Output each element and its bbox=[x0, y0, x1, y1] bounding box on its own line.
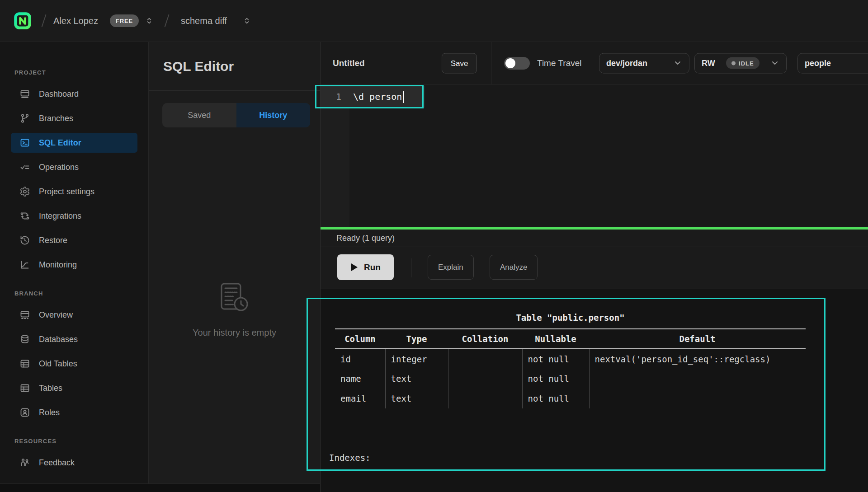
compute-status-text: IDLE bbox=[739, 60, 754, 66]
compute-select[interactable]: RW IDLE bbox=[694, 53, 787, 73]
compute-status-badge: IDLE bbox=[726, 57, 760, 69]
branch-select-value: dev/jordan bbox=[606, 58, 647, 68]
column-header: Default bbox=[589, 329, 806, 349]
org-selector-chevrons-icon[interactable] bbox=[145, 16, 154, 25]
gear-icon bbox=[19, 186, 30, 197]
database-select-value: people bbox=[805, 58, 831, 68]
bottom-edge bbox=[0, 483, 320, 492]
sidebar-item-operations[interactable]: Operations bbox=[11, 157, 137, 177]
query-status: Ready (1 query) bbox=[321, 230, 868, 247]
play-icon bbox=[350, 263, 358, 272]
topbar: Alex Lopez FREE schema diff bbox=[0, 0, 868, 42]
tab-history[interactable]: History bbox=[236, 103, 311, 127]
sidebar-item-dashboard[interactable]: Dashboard bbox=[11, 84, 137, 104]
sidebar-item-sql-editor[interactable]: SQL Editor bbox=[11, 133, 137, 153]
table-cell bbox=[448, 349, 522, 369]
sidebar-item-branches[interactable]: Branches bbox=[11, 108, 137, 128]
results-table: Column Type Collation Nullable Default i… bbox=[335, 328, 806, 408]
code-line[interactable]: \d person bbox=[353, 86, 402, 108]
section-label-project: PROJECT bbox=[14, 69, 148, 76]
analyze-button[interactable]: Analyze bbox=[490, 255, 538, 280]
column-header: Column bbox=[335, 329, 385, 349]
sidebar-item-label: Integrations bbox=[39, 211, 81, 221]
sidebar-item-label: Roles bbox=[39, 408, 60, 417]
sidebar-item-old-tables[interactable]: Old Tables bbox=[11, 354, 137, 374]
sql-editor-panel: SQL Editor Saved History Your history is… bbox=[148, 42, 320, 492]
sidebar-item-label: Operations bbox=[39, 163, 79, 172]
sidebar-item-label: SQL Editor bbox=[39, 138, 81, 148]
branch-select[interactable]: dev/jordan bbox=[599, 53, 689, 73]
branches-icon bbox=[19, 113, 30, 124]
column-header: Collation bbox=[448, 329, 522, 349]
table-row: id integer not null nextval('person_id_s… bbox=[335, 349, 806, 369]
table-cell bbox=[589, 389, 806, 408]
sidebar-item-label: Dashboard bbox=[39, 89, 79, 99]
table-cell: not null bbox=[522, 349, 589, 369]
table-cell: id bbox=[335, 349, 385, 369]
history-empty-icon bbox=[214, 282, 255, 316]
sidebar-item-tables[interactable]: Tables bbox=[11, 378, 137, 398]
breadcrumb-slash-icon bbox=[41, 14, 46, 27]
sql-editor-icon bbox=[19, 137, 30, 148]
table-cell: name bbox=[335, 369, 385, 389]
table-header-row: Column Type Collation Nullable Default bbox=[335, 329, 806, 349]
sidebar-item-integrations[interactable]: Integrations bbox=[11, 206, 137, 226]
operations-icon bbox=[19, 162, 30, 173]
table-cell: text bbox=[385, 389, 448, 408]
indexes-block: Indexes: "person_pkey" PRIMARY KEY, btre… bbox=[329, 415, 613, 492]
panel-header: SQL Editor bbox=[149, 42, 320, 91]
results-table-title: Table "public.person" bbox=[335, 312, 806, 323]
toolbar-divider bbox=[411, 258, 411, 277]
table-cell bbox=[589, 369, 806, 389]
page-title: SQL Editor bbox=[163, 42, 320, 91]
database-select[interactable]: people bbox=[797, 53, 868, 73]
time-travel-toggle[interactable] bbox=[504, 57, 530, 70]
feedback-people-icon bbox=[19, 457, 30, 468]
table-cell bbox=[448, 369, 522, 389]
sidebar-item-label: Databases bbox=[39, 335, 78, 344]
sidebar-item-restore[interactable]: Restore bbox=[11, 230, 137, 250]
neon-console: Alex Lopez FREE schema diff PROJECT Dash… bbox=[0, 0, 868, 492]
sidebar-item-monitoring[interactable]: Monitoring bbox=[11, 255, 137, 275]
table-row: name text not null bbox=[335, 369, 806, 389]
sidebar-item-databases[interactable]: Databases bbox=[11, 329, 137, 349]
sidebar-item-overview[interactable]: Overview bbox=[11, 305, 137, 325]
history-empty-state: Your history is empty bbox=[149, 282, 320, 338]
explain-button[interactable]: Explain bbox=[428, 255, 474, 280]
integrations-icon bbox=[19, 211, 30, 221]
table-cell: not null bbox=[522, 389, 589, 408]
org-breadcrumb[interactable]: Alex Lopez bbox=[53, 16, 98, 26]
indexes-label: Indexes: bbox=[329, 449, 613, 466]
sidebar-item-label: Feedback bbox=[39, 458, 75, 468]
sidebar-item-label: Monitoring bbox=[39, 260, 77, 270]
sidebar: PROJECT Dashboard Branches SQL Editor Op… bbox=[0, 42, 148, 483]
results-panel: Table "public.person" Column Type Collat… bbox=[321, 289, 868, 492]
query-tab-title[interactable]: Untitled bbox=[333, 58, 365, 68]
column-header: Type bbox=[385, 329, 448, 349]
column-header: Nullable bbox=[522, 329, 589, 349]
sidebar-item-project-settings[interactable]: Project settings bbox=[11, 182, 137, 201]
sidebar-item-feedback[interactable]: Feedback bbox=[11, 453, 137, 473]
sidebar-item-roles[interactable]: Roles bbox=[11, 403, 137, 422]
restore-clock-icon bbox=[19, 235, 30, 246]
project-breadcrumb[interactable]: schema diff bbox=[181, 16, 227, 26]
project-selector-chevrons-icon[interactable] bbox=[242, 16, 251, 25]
run-button[interactable]: Run bbox=[337, 254, 394, 280]
text-cursor bbox=[403, 91, 404, 103]
monitoring-chart-icon bbox=[19, 259, 30, 270]
table-cell: nextval('person_id_seq'::regclass) bbox=[589, 349, 806, 369]
chevron-down-icon bbox=[673, 59, 682, 68]
chevron-down-icon bbox=[770, 59, 779, 68]
line-number: 1 bbox=[321, 86, 341, 108]
breadcrumb-slash-icon bbox=[164, 14, 169, 27]
plan-badge: FREE bbox=[110, 14, 139, 27]
compute-select-value: RW bbox=[702, 58, 715, 68]
neon-logo-icon[interactable] bbox=[13, 11, 33, 31]
dashboard-icon bbox=[19, 89, 30, 99]
saved-history-tabs: Saved History bbox=[162, 103, 310, 127]
table-cell: not null bbox=[522, 369, 589, 389]
save-button[interactable]: Save bbox=[442, 53, 477, 73]
code-editor[interactable]: 1 \d person bbox=[321, 84, 868, 227]
tab-saved[interactable]: Saved bbox=[162, 103, 236, 127]
table-cell: text bbox=[385, 369, 448, 389]
